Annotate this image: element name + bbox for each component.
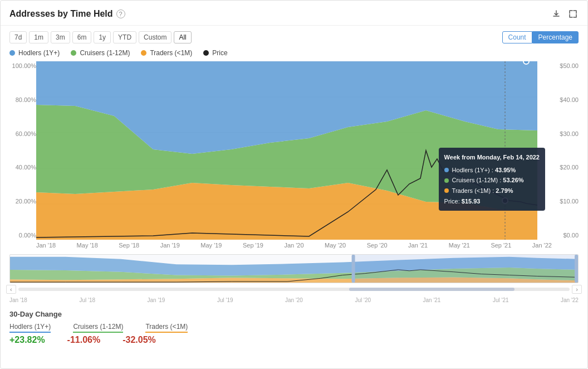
change-value-hodlers: +23.82%	[9, 335, 45, 345]
chart-area: 100.00% 80.00% 60.00% 40.00% 20.00% 0.00…	[1, 61, 587, 251]
y-axis-right: $50.00 $40.00 $30.00 $20.00 $10.00 $0.00	[554, 61, 579, 240]
legend-price: Price	[203, 49, 227, 57]
main-chart-svg	[36, 61, 537, 240]
view-toggle: Count Percentage	[502, 31, 579, 43]
download-icon	[552, 9, 561, 18]
mini-x-jul21: Jul '21	[493, 297, 509, 303]
mini-x-jan19: Jan '19	[148, 297, 165, 303]
x-label-sep18: Sep '18	[119, 242, 139, 249]
mini-x-jan18: Jan '18	[9, 297, 27, 303]
chart-wrapper: 100.00% 80.00% 60.00% 40.00% 20.00% 0.00…	[9, 61, 579, 240]
time-btn-ytd[interactable]: YTD	[113, 31, 136, 43]
page-title: Addresses by Time Held	[9, 9, 113, 19]
yr-label-0: $50.00	[554, 62, 579, 69]
hodlers-label: Hodlers (1Y+)	[18, 49, 60, 57]
price-label: Price	[212, 49, 227, 57]
mini-x-axis: Jan '18 Jul '18 Jan '19 Jul '19 Jan '20 …	[1, 296, 587, 303]
change-value-cruisers: -11.06%	[67, 335, 101, 345]
cruisers-dot	[71, 50, 76, 56]
mini-x-jan22: Jan '22	[561, 297, 579, 303]
y-label-5: 0.00%	[9, 232, 36, 239]
time-btn-7d[interactable]: 7d	[9, 31, 27, 43]
y-label-0: 100.00%	[9, 62, 36, 69]
scrollbar-thumb[interactable]	[349, 288, 514, 291]
hodlers-end-dot	[523, 61, 529, 64]
time-btn-1y[interactable]: 1y	[94, 31, 111, 43]
svg-rect-11	[575, 255, 578, 283]
mini-x-jul18: Jul '18	[79, 297, 95, 303]
toolbar: 7d 1m 3m 6m 1y YTD Custom All Count Perc…	[1, 26, 587, 47]
change-title: 30-Day Change	[9, 310, 579, 318]
change-label-traders: Traders (<1M)	[145, 323, 188, 333]
x-label-may20: May '20	[325, 242, 346, 249]
download-button[interactable]	[551, 8, 562, 20]
traders-dot	[141, 50, 146, 56]
svg-rect-10	[352, 255, 355, 283]
header: Addresses by Time Held ?	[1, 1, 587, 26]
change-value-traders: -32.05%	[122, 335, 156, 345]
x-label-jan18: Jan '18	[36, 242, 56, 249]
x-label-jan21: Jan '21	[408, 242, 428, 249]
price-dot	[203, 50, 209, 56]
x-label-may18: May '18	[77, 242, 98, 249]
x-label-jan20: Jan '20	[284, 242, 303, 249]
bottom-section: 30-Day Change Hodlers (1Y+) Cruisers (1-…	[1, 303, 587, 354]
change-label-hodlers: Hodlers (1Y+)	[9, 323, 51, 333]
y-label-2: 60.00%	[9, 130, 36, 137]
header-left: Addresses by Time Held ?	[9, 9, 125, 19]
x-label-may19: May '19	[200, 242, 222, 249]
mini-x-jul20: Jul '20	[355, 297, 371, 303]
scroll-right-button[interactable]: ›	[572, 285, 582, 294]
change-labels: Hodlers (1Y+) Cruisers (1-12M) Traders (…	[9, 323, 579, 333]
mini-x-jan20: Jan '20	[285, 297, 303, 303]
x-label-sep19: Sep '19	[243, 242, 263, 249]
toggle-percentage[interactable]: Percentage	[532, 31, 579, 43]
time-btn-1m[interactable]: 1m	[29, 31, 48, 43]
x-label-may21: May '21	[449, 242, 470, 249]
x-label-sep20: Sep '20	[367, 242, 388, 249]
time-btn-all[interactable]: All	[174, 31, 191, 43]
legend-hodlers: Hodlers (1Y+)	[9, 49, 60, 57]
help-icon[interactable]: ?	[116, 9, 125, 18]
main-container: Addresses by Time Held ? 7d 1m 3m 6m 1y …	[0, 0, 588, 369]
scroll-left-button[interactable]: ‹	[6, 285, 16, 294]
scrollbar-track[interactable]	[18, 288, 570, 291]
y-label-4: 20.00%	[9, 198, 36, 205]
yr-label-5: $0.00	[554, 232, 579, 239]
mini-chart[interactable]	[9, 254, 579, 283]
cruisers-label: Cruisers (1-12M)	[80, 49, 130, 57]
y-label-3: 40.00%	[9, 164, 36, 171]
legend-cruisers: Cruisers (1-12M)	[71, 49, 130, 57]
mini-x-jul19: Jul '19	[217, 297, 233, 303]
yr-label-1: $40.00	[554, 96, 579, 103]
x-axis: Jan '18 May '18 Sep '18 Jan '19 May '19 …	[9, 240, 579, 251]
yr-label-2: $30.00	[554, 130, 579, 137]
y-label-1: 80.00%	[9, 96, 36, 103]
time-btn-3m[interactable]: 3m	[51, 31, 70, 43]
traders-label: Traders (<1M)	[150, 49, 192, 57]
legend-traders: Traders (<1M)	[141, 49, 192, 57]
x-label-sep21: Sep '21	[491, 242, 511, 249]
legend: Hodlers (1Y+) Cruisers (1-12M) Traders (…	[1, 47, 587, 61]
x-label-jan22: Jan '22	[532, 242, 552, 249]
expand-icon	[569, 9, 577, 18]
time-btn-6m[interactable]: 6m	[72, 31, 92, 43]
header-icons	[551, 8, 579, 20]
expand-button[interactable]	[567, 8, 579, 20]
change-label-cruisers: Cruisers (1-12M)	[73, 323, 123, 333]
change-values: +23.82% -11.06% -32.05%	[9, 335, 579, 345]
price-dot	[502, 198, 508, 203]
mini-x-jan21: Jan '21	[423, 297, 441, 303]
x-label-jan19: Jan '19	[160, 242, 180, 249]
y-axis-left: 100.00% 80.00% 60.00% 40.00% 20.00% 0.00…	[9, 61, 36, 240]
svg-rect-9	[354, 255, 578, 283]
scrollbar-row: ‹ ›	[1, 283, 587, 296]
yr-label-4: $10.00	[554, 198, 579, 205]
yr-label-3: $20.00	[554, 164, 579, 171]
time-buttons: 7d 1m 3m 6m 1y YTD Custom All	[9, 31, 192, 43]
time-btn-custom[interactable]: Custom	[139, 31, 171, 43]
toggle-count[interactable]: Count	[502, 31, 532, 43]
hodlers-dot	[9, 50, 15, 56]
mini-chart-svg	[10, 255, 578, 283]
